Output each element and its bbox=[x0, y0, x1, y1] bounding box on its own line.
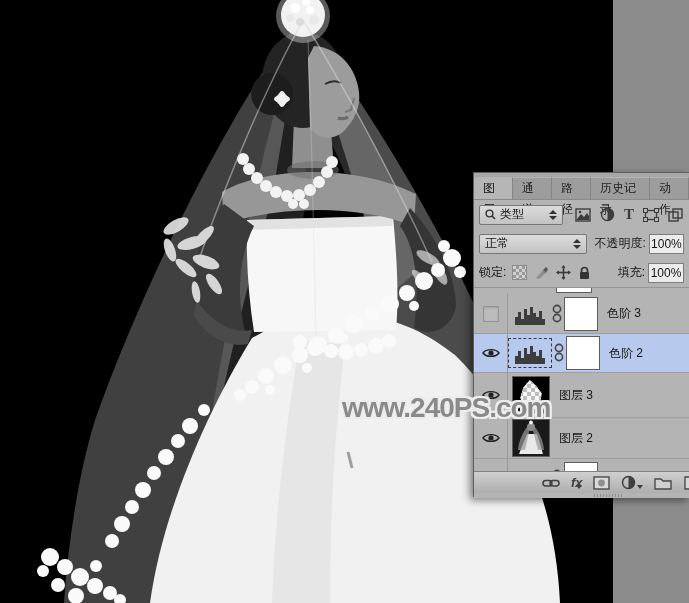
levels-histogram-icon bbox=[513, 342, 547, 364]
layer-mask-thumbnail[interactable] bbox=[566, 336, 600, 370]
lock-label: 锁定: bbox=[479, 264, 506, 281]
layer-name[interactable]: 图层 2 bbox=[559, 430, 593, 447]
layer-mask-thumbnail[interactable] bbox=[564, 297, 598, 331]
lock-all-icon[interactable] bbox=[578, 266, 591, 280]
layer-name[interactable]: 色阶 2 bbox=[609, 345, 643, 362]
fill-label: 填充: bbox=[618, 264, 645, 281]
dropdown-caret-icon bbox=[637, 485, 643, 489]
layer-name[interactable]: 图层 3 bbox=[559, 387, 593, 404]
search-icon bbox=[485, 209, 496, 220]
opacity-value: 100% bbox=[651, 237, 682, 251]
photoshop-workspace: 图层 通道 路径 历史记录 动作 类型 bbox=[0, 0, 689, 603]
resize-grip-icon bbox=[594, 494, 622, 497]
adjustment-filter-icon[interactable] bbox=[600, 207, 615, 222]
shape-filter-icon[interactable] bbox=[643, 208, 659, 222]
mini-bride-photo bbox=[513, 420, 549, 456]
panel-tabbar: 图层 通道 路径 历史记录 动作 bbox=[474, 173, 689, 200]
eye-icon bbox=[482, 432, 500, 444]
visibility-toggle[interactable] bbox=[474, 334, 508, 372]
panel-resize-strip[interactable] bbox=[474, 493, 689, 498]
dropdown-caret-icon bbox=[576, 485, 582, 489]
lock-row: 锁定: 填充: 100% bbox=[474, 258, 689, 287]
dropdown-arrows-icon bbox=[573, 239, 581, 249]
filter-row: 类型 T bbox=[474, 200, 689, 229]
layer-name[interactable]: 色阶 3 bbox=[607, 305, 641, 322]
visibility-off-box bbox=[483, 306, 499, 322]
filter-type-dropdown[interactable]: 类型 bbox=[479, 205, 563, 225]
type-filter-icon[interactable]: T bbox=[624, 207, 634, 222]
new-group-icon[interactable] bbox=[654, 476, 672, 490]
link-layers-icon[interactable] bbox=[542, 477, 560, 489]
watermark: www.240PS.com bbox=[342, 392, 551, 424]
filter-type-label: 类型 bbox=[500, 206, 524, 223]
opacity-label: 不透明度: bbox=[595, 235, 646, 252]
visibility-toggle[interactable] bbox=[474, 294, 508, 333]
layer-row-levels3[interactable]: 色阶 3 bbox=[474, 294, 689, 334]
blend-mode-value: 正常 bbox=[485, 235, 509, 252]
opacity-field[interactable]: 100% bbox=[649, 234, 684, 254]
pixel-filter-icon[interactable] bbox=[575, 208, 591, 222]
smart-object-filter-icon[interactable] bbox=[668, 208, 683, 222]
lock-transparency-icon[interactable] bbox=[512, 265, 527, 280]
dropdown-arrows-icon bbox=[549, 210, 557, 220]
tab-history[interactable]: 历史记录 bbox=[591, 177, 650, 199]
link-mask-icon[interactable] bbox=[552, 302, 562, 326]
eye-icon bbox=[482, 347, 500, 359]
tab-layers[interactable]: 图层 bbox=[474, 177, 513, 199]
new-adjustment-icon[interactable] bbox=[621, 475, 636, 490]
add-mask-icon[interactable] bbox=[593, 476, 610, 490]
blend-row: 正常 不透明度: 100% bbox=[474, 229, 689, 258]
levels-thumbnail[interactable] bbox=[510, 303, 550, 325]
layer-thumbnail-photo[interactable] bbox=[512, 419, 550, 457]
visibility-toggle[interactable] bbox=[474, 418, 508, 458]
layer-row-layer2[interactable]: 图层 2 bbox=[474, 418, 689, 459]
link-mask-icon[interactable] bbox=[554, 341, 564, 365]
tab-channels[interactable]: 通道 bbox=[513, 177, 552, 199]
new-layer-icon[interactable] bbox=[683, 476, 689, 490]
tab-actions[interactable]: 动作 bbox=[650, 177, 689, 199]
levels-thumbnail-targeted[interactable] bbox=[508, 338, 552, 368]
lock-pixels-icon[interactable] bbox=[534, 266, 549, 280]
fill-value: 100% bbox=[651, 266, 682, 280]
lock-position-icon[interactable] bbox=[556, 265, 571, 280]
layers-panel: 图层 通道 路径 历史记录 动作 类型 bbox=[473, 172, 689, 497]
partial-layer-above bbox=[556, 288, 592, 293]
panel-toolbar: fx bbox=[474, 471, 689, 493]
layer-list: 色阶 3 bbox=[474, 287, 689, 472]
layer-row-levels2[interactable]: 色阶 2 bbox=[474, 334, 689, 373]
levels-histogram-icon bbox=[513, 303, 547, 325]
fill-field[interactable]: 100% bbox=[648, 263, 684, 283]
blend-mode-dropdown[interactable]: 正常 bbox=[479, 234, 587, 254]
tab-paths[interactable]: 路径 bbox=[552, 177, 591, 199]
